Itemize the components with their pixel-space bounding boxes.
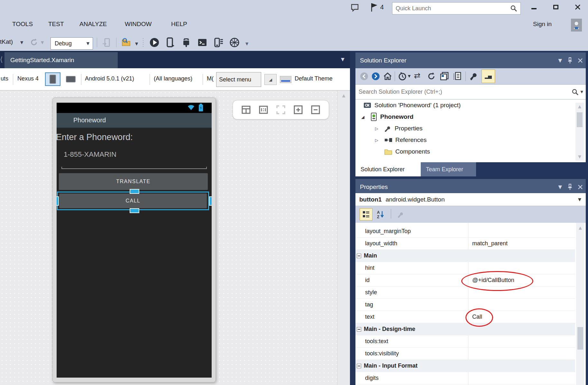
theme-selector[interactable]: Default Theme — [295, 75, 333, 82]
tree-item-properties[interactable]: ▷ Properties — [355, 123, 586, 134]
property-row[interactable]: layout_widthmatch_parent — [355, 238, 575, 250]
property-pages-button[interactable] — [395, 208, 408, 221]
landscape-orientation-button[interactable] — [63, 72, 78, 86]
zoom-out-button[interactable] — [310, 104, 321, 115]
properties-object-selector[interactable]: button1 android.widget.Button ▼ — [355, 193, 586, 206]
attach-process-icon[interactable] — [102, 38, 111, 47]
pending-changes-arrow-icon[interactable]: ▼ — [408, 74, 410, 78]
configuration-combobox[interactable]: Debug ▼ — [51, 37, 93, 50]
notification-flag-icon[interactable] — [370, 3, 379, 12]
resize-handle-right[interactable] — [209, 196, 212, 206]
document-tab[interactable]: GettingStarted.Xamarin — [5, 52, 118, 68]
alternative-layouts-partial[interactable]: uts — [1, 75, 8, 82]
tab-team-explorer[interactable]: Team Explorer — [421, 162, 476, 176]
search-icon[interactable] — [572, 89, 579, 96]
network-profiler-icon[interactable] — [229, 37, 240, 48]
scroll-thumb[interactable] — [577, 112, 583, 127]
menu-help[interactable]: HELP — [171, 21, 187, 28]
find-in-files-icon[interactable] — [121, 37, 131, 48]
maximize-button[interactable] — [548, 0, 563, 14]
close-panel-icon[interactable] — [578, 58, 583, 63]
properties-wrench-icon[interactable] — [469, 72, 478, 81]
menu-window[interactable]: WINDOW — [125, 21, 152, 28]
split-view-button[interactable] — [241, 104, 252, 115]
sign-in-link[interactable]: Sign in — [533, 21, 552, 28]
select-menu-combobox[interactable]: Select menu — [216, 72, 261, 87]
actual-size-button[interactable] — [258, 104, 269, 115]
panel-menu-icon[interactable]: ▼ — [558, 184, 562, 190]
tree-item-components[interactable]: Components — [355, 146, 586, 157]
collapse-section-icon[interactable] — [357, 254, 361, 258]
run-emulator-icon[interactable] — [149, 37, 160, 48]
canvas-vertical-scrollbar[interactable]: ▲ — [337, 90, 350, 385]
tree-item-project[interactable]: ◢ Phoneword — [355, 111, 586, 123]
collapse-section-icon[interactable] — [357, 364, 361, 368]
scroll-thumb[interactable] — [577, 327, 583, 350]
deploy-device-icon[interactable] — [165, 37, 176, 48]
property-row[interactable]: layout_marginTop — [355, 225, 575, 238]
property-row[interactable]: style — [355, 286, 575, 299]
adb-console-icon[interactable] — [197, 37, 208, 48]
properties-titlebar[interactable]: Properties ▼ — [355, 179, 586, 195]
categorized-view-button[interactable] — [360, 208, 372, 221]
show-all-files-button[interactable] — [482, 70, 495, 83]
collapse-section-icon[interactable] — [357, 327, 361, 332]
device-dropdown-partial[interactable]: tKat) — [0, 38, 13, 45]
property-row[interactable]: tag — [355, 299, 575, 311]
device-selector[interactable]: Nexus 4 — [17, 75, 39, 82]
tab-solution-explorer[interactable]: Solution Explorer — [355, 162, 421, 176]
expander-collapsed-icon[interactable]: ▷ — [375, 138, 378, 143]
tab-list-dropdown-icon[interactable]: ▼ — [341, 57, 345, 62]
tree-vertical-scrollbar[interactable]: ▲ ▼ — [575, 103, 584, 161]
quick-launch-input[interactable] — [392, 5, 510, 12]
property-row[interactable]: tools:visibility — [355, 348, 575, 360]
android-version-selector[interactable]: Android 5.0.1 (v21) — [85, 75, 134, 82]
tree-item-references[interactable]: ▷ References — [355, 134, 586, 146]
call-button[interactable]: CALL — [59, 193, 207, 208]
section-row[interactable]: Main - Design-time — [355, 323, 575, 335]
expander-expanded-icon[interactable]: ◢ — [361, 115, 364, 119]
property-row[interactable]: hint — [355, 262, 575, 274]
feedback-icon[interactable] — [350, 3, 359, 12]
fit-to-screen-button[interactable] — [275, 104, 286, 115]
property-value[interactable]: match_parent — [472, 240, 508, 247]
forward-icon[interactable] — [372, 72, 380, 80]
switch-views-icon[interactable]: ⇄ — [414, 71, 420, 80]
scroll-up-icon[interactable]: ▲ — [576, 225, 584, 230]
device-log-icon[interactable] — [213, 37, 224, 48]
home-icon[interactable] — [383, 72, 392, 81]
close-panel-icon[interactable] — [578, 185, 583, 189]
panel-menu-icon[interactable]: ▼ — [558, 58, 562, 63]
menu-tools[interactable]: TOOLS — [12, 21, 33, 28]
notification-count[interactable]: 4 — [380, 4, 384, 11]
toolbar-grip[interactable] — [142, 38, 144, 47]
expander-collapsed-icon[interactable]: ▷ — [375, 126, 378, 131]
collapse-all-icon[interactable] — [440, 72, 449, 81]
device-screen[interactable]: Phoneword Enter a Phoneword: 1-855-XAMAR… — [57, 103, 212, 378]
resize-handle-top[interactable] — [130, 189, 139, 194]
section-row[interactable]: Main - Input Format — [355, 360, 575, 372]
scroll-up-icon[interactable]: ▲ — [575, 104, 584, 109]
user-avatar-icon[interactable] — [571, 19, 582, 32]
dock-corner-button[interactable]: ◢ — [264, 74, 277, 85]
section-row[interactable]: Main — [355, 250, 575, 262]
refresh-dropdown-arrow-icon[interactable]: ▼ — [41, 40, 44, 45]
translate-button[interactable]: TRANSLATE — [59, 173, 208, 190]
alphabetical-sort-button[interactable]: AZ — [374, 208, 387, 221]
close-button[interactable] — [570, 0, 585, 14]
run-toolbar-overflow-icon[interactable]: ▼ — [245, 42, 248, 46]
resize-handle-bottom[interactable] — [130, 208, 139, 213]
preview-selected-icon[interactable] — [453, 72, 462, 81]
zoom-in-button[interactable] — [293, 104, 304, 115]
portrait-orientation-button[interactable] — [45, 72, 60, 86]
tab-scroll-left-icon[interactable]: ⟨ — [0, 55, 3, 63]
refresh-icon[interactable] — [30, 38, 38, 47]
tree-item-solution[interactable]: Solution 'Phoneword' (1 project) — [355, 99, 586, 111]
android-sdk-icon[interactable] — [181, 37, 192, 48]
pin-icon[interactable] — [568, 57, 572, 64]
designer-canvas[interactable]: Phoneword Enter a Phoneword: 1-855-XAMAR… — [0, 90, 337, 385]
search-options-arrow-icon[interactable]: ▼ — [581, 90, 583, 94]
solution-explorer-titlebar[interactable]: Solution Explorer ▼ — [355, 52, 586, 68]
menu-analyze[interactable]: ANALYZE — [79, 21, 107, 28]
minimize-button[interactable] — [527, 0, 541, 14]
